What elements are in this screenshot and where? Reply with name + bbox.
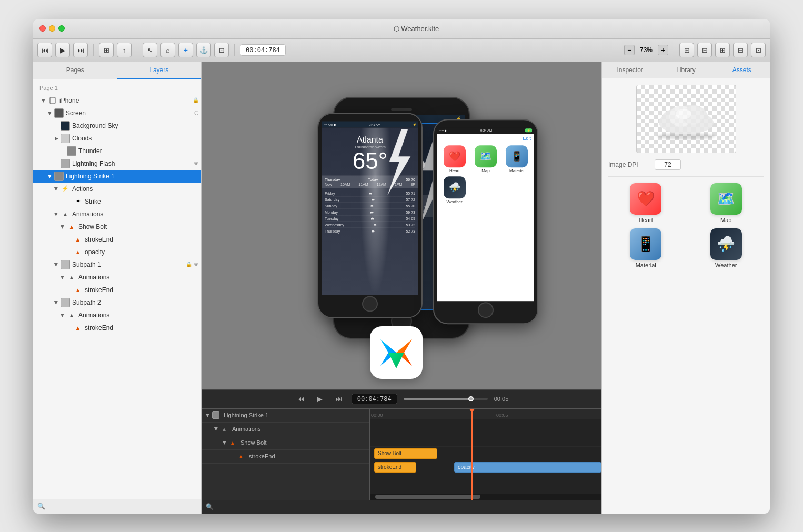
expand-subpath-2[interactable]: ▶	[52, 298, 61, 307]
right-panel-tabs: Inspector Library Assets	[602, 62, 770, 78]
timeline-scroll-thumb[interactable]	[375, 495, 480, 499]
layer-strike-label: Strike	[85, 198, 199, 205]
expand-subpath-1[interactable]: ▶	[52, 260, 61, 269]
tl-item-strokeend[interactable]: ▶ ▲ strokeEnd	[202, 450, 369, 464]
layer-thunder[interactable]: ▶ Thunder	[33, 145, 201, 157]
timeline-right[interactable]: 00:00 00:05 Show Bolt	[370, 409, 601, 500]
skip-end-button[interactable]: ⏭	[73, 43, 88, 57]
main-window: ⬡ Weather.kite ⏮ ▶ ⏭ ⊞ ↑ ↖ ⌕ + ⚓ ⊡ 00:04…	[33, 19, 770, 514]
tl-item-show-bolt[interactable]: ▶ ▲ Show Bolt	[202, 436, 369, 450]
zoom-out-button[interactable]: −	[624, 45, 635, 55]
tab-inspector[interactable]: Inspector	[602, 62, 658, 78]
maximize-button[interactable]	[58, 25, 65, 32]
layer-iphone[interactable]: ▶ iPhone 🔒	[33, 94, 201, 107]
canvas-time: 00:04:784	[352, 394, 397, 404]
edit-button[interactable]: Edit	[523, 136, 531, 141]
asset-item-heart[interactable]: ❤️ Heart	[608, 183, 684, 223]
app-cell-material[interactable]: 📱 Material	[503, 145, 531, 173]
tab-pages[interactable]: Pages	[33, 62, 117, 79]
layer-animations-1[interactable]: ▶ ▲ Animations	[33, 208, 201, 220]
tl-block-show-bolt[interactable]: Show Bolt	[374, 448, 437, 459]
expand-clouds[interactable]: ▶	[52, 134, 61, 143]
strike-icon: ✦	[73, 197, 83, 206]
inspector-content: Image DPI 72 ❤️ Heart 🗺️ Map	[602, 78, 770, 514]
tl-block-opacity[interactable]: opacity	[454, 462, 601, 473]
iphone-icon	[48, 96, 57, 105]
layer-strokeend-label-1: strokeEnd	[85, 236, 199, 243]
select-tool[interactable]: ↖	[143, 43, 157, 57]
canvas-prev-button[interactable]: ⏮	[295, 393, 307, 405]
layer-actions[interactable]: ▶ ⚡ Actions	[33, 183, 201, 195]
expand-animations-2[interactable]: ▶	[58, 273, 67, 282]
layer-subpath-2[interactable]: ▶ Subpath 2	[33, 296, 201, 309]
tab-assets[interactable]: Assets	[714, 62, 770, 78]
tl-item-lightning-strike[interactable]: ▶ Lightning Strike 1	[202, 409, 369, 423]
layer-animations-3[interactable]: ▶ ▲ Animations	[33, 309, 201, 322]
layer-animations-2[interactable]: ▶ ▲ Animations	[33, 271, 201, 284]
layer-subpath1-label: Subpath 1	[72, 261, 184, 268]
layer-bgsky[interactable]: ▶ Background Sky	[33, 119, 201, 132]
zoom-tool[interactable]: ⌕	[160, 43, 175, 57]
toolbar-separator-2	[137, 44, 137, 56]
strokeend-icon-1: ▲	[73, 235, 83, 244]
layer-strike[interactable]: ▶ ✦ Strike	[33, 195, 201, 208]
layer-strokeend-1[interactable]: ▶ ▲ strokeEnd	[33, 233, 201, 246]
window-title: ⬡ Weather.kite	[69, 25, 764, 33]
view-mode-4[interactable]: ⊟	[733, 43, 748, 57]
layer-opacity[interactable]: ▶ ▲ opacity	[33, 246, 201, 258]
expand-screen[interactable]: ▶	[46, 109, 54, 117]
current-time-display: 00:04:784	[240, 44, 286, 56]
crop-tool[interactable]: ⊡	[214, 43, 229, 57]
main-content: Pages Layers Page 1 ▶ iPhone 🔒	[33, 62, 770, 514]
layer-lightning-strike-1[interactable]: ▶ Lightning Strike 1	[33, 170, 201, 183]
layer-subpath1-badge: 🔒 👁	[186, 262, 199, 267]
canvas-play-button[interactable]: ▶	[314, 393, 326, 405]
canvas-next-button[interactable]: ⏭	[333, 393, 345, 405]
minimize-button[interactable]	[49, 25, 55, 32]
expand-lightning-strike-1[interactable]: ▶	[46, 172, 54, 180]
tab-library[interactable]: Library	[658, 62, 714, 78]
layer-strokeend-3[interactable]: ▶ ▲ strokeEnd	[33, 322, 201, 334]
layer-opacity-label: opacity	[85, 248, 199, 256]
skip-start-button[interactable]: ⏮	[37, 43, 52, 57]
view-mode-5[interactable]: ⊡	[751, 43, 766, 57]
view-mode-3[interactable]: ⊞	[715, 43, 730, 57]
expand-iphone[interactable]: ▶	[39, 96, 48, 105]
expand-animations-3[interactable]: ▶	[58, 311, 67, 319]
view-mode-1[interactable]: ⊞	[679, 43, 694, 57]
tab-layers[interactable]: Layers	[117, 62, 202, 79]
layer-animations-label-3: Animations	[78, 312, 199, 319]
tl-block-strokeend[interactable]: strokeEnd	[374, 462, 416, 473]
app-cell-heart[interactable]: ❤️ Heart	[440, 145, 468, 173]
layer-subpath-1[interactable]: ▶ Subpath 1 🔒 👁	[33, 258, 201, 271]
canvas-progress-bar[interactable]	[404, 398, 488, 400]
svg-point-8	[676, 109, 691, 119]
app-cell-map[interactable]: 🗺️ Map	[471, 145, 499, 173]
zoom-in-button[interactable]: +	[658, 45, 668, 55]
view-mode-2[interactable]: ⊟	[697, 43, 712, 57]
expand-actions[interactable]: ▶	[52, 185, 61, 193]
layer-strokeend-2[interactable]: ▶ ▲ strokeEnd	[33, 284, 201, 296]
export-button[interactable]: ↑	[117, 43, 132, 57]
anchor-tool[interactable]: ⚓	[196, 43, 211, 57]
app-cell-weather[interactable]: ⛈️ Weather	[440, 176, 468, 204]
add-tool[interactable]: +	[178, 43, 193, 57]
layer-clouds[interactable]: ▶ Clouds	[33, 132, 201, 145]
play-button[interactable]: ▶	[55, 43, 70, 57]
asset-item-map[interactable]: 🗺️ Map	[689, 183, 764, 223]
close-button[interactable]	[39, 25, 46, 32]
tl-item-animations[interactable]: ▶ ▲ Animations	[202, 423, 369, 436]
left-panel: Pages Layers Page 1 ▶ iPhone 🔒	[33, 62, 202, 514]
clouds-thumbnail	[61, 134, 70, 143]
layer-lightning-flash[interactable]: ▶ Lightning Flash 👁	[33, 157, 201, 170]
asset-item-material[interactable]: 📱 Material	[608, 228, 684, 268]
layer-screen[interactable]: ▶ Screen ⬡	[33, 107, 201, 119]
expand-animations-1[interactable]: ▶	[52, 210, 61, 218]
dpi-value[interactable]: 72	[655, 159, 681, 170]
layer-screen-badge: ⬡	[194, 110, 199, 116]
layout-button-1[interactable]: ⊞	[99, 43, 114, 57]
layer-show-bolt[interactable]: ▶ ▲ Show Bolt	[33, 220, 201, 233]
asset-item-weather[interactable]: ⛈️ Weather	[689, 228, 764, 268]
expand-show-bolt[interactable]: ▶	[58, 223, 67, 231]
timeline-scrollbar[interactable]	[370, 494, 601, 500]
